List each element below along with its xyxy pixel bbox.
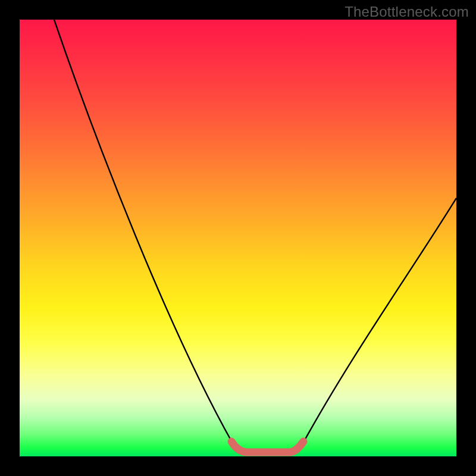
chart-frame: TheBottleneck.com <box>0 0 476 476</box>
valley-highlight <box>231 441 303 452</box>
watermark-text: TheBottleneck.com <box>345 4 469 20</box>
curve-svg <box>20 20 456 456</box>
plot-area <box>20 20 456 456</box>
bottleneck-curve <box>54 20 456 452</box>
